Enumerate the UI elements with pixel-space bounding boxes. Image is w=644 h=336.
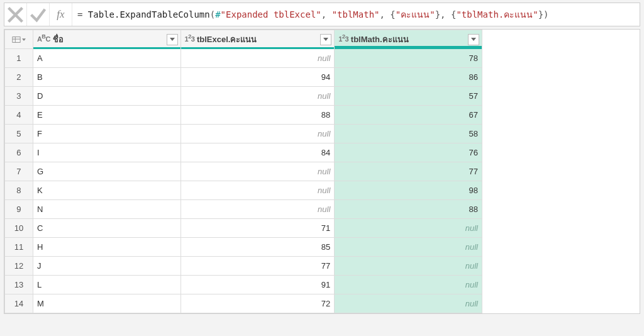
row-number[interactable]: 12 [5, 257, 33, 276]
row-number[interactable]: 1 [5, 49, 33, 68]
column-label: tblExcel.คะแนน [197, 35, 257, 44]
cell-math-score[interactable]: null [335, 257, 482, 276]
chevron-down-icon [22, 38, 26, 41]
fx-icon[interactable]: fx [50, 3, 72, 26]
table-row[interactable]: 2B9486 [5, 68, 482, 87]
cell-name[interactable]: N [33, 200, 180, 219]
formula-bar: fx = Table.ExpandTableColumn(#"Expanded … [4, 3, 640, 26]
filter-button[interactable] [468, 34, 479, 45]
cell-excel-score[interactable]: null [180, 49, 335, 68]
cell-name[interactable]: A [33, 49, 180, 68]
cell-excel-score[interactable]: 94 [180, 68, 335, 87]
table-row[interactable]: 9Nnull88 [5, 200, 482, 219]
cell-name[interactable]: L [33, 276, 180, 294]
cell-name[interactable]: C [33, 219, 180, 238]
cell-name[interactable]: G [33, 162, 180, 181]
table-icon [12, 35, 21, 44]
cell-excel-score[interactable]: null [180, 87, 335, 106]
table-row[interactable]: 8Knull98 [5, 181, 482, 200]
cell-math-score[interactable]: null [335, 276, 482, 294]
number-type-icon: 123 [185, 35, 195, 43]
text-type-icon: ABC [37, 35, 50, 43]
cell-math-score[interactable]: null [335, 294, 482, 313]
cell-excel-score[interactable]: 84 [180, 143, 335, 162]
cell-excel-score[interactable]: 71 [180, 219, 335, 238]
table-corner[interactable] [5, 30, 33, 49]
table-row[interactable]: 13L91null [5, 276, 482, 294]
formula-equals: = [77, 9, 88, 20]
table-row[interactable]: 14M72null [5, 294, 482, 313]
cell-excel-score[interactable]: 77 [180, 257, 335, 276]
column-header-excel-score[interactable]: 123 tblExcel.คะแนน [180, 30, 335, 49]
row-number[interactable]: 14 [5, 294, 33, 313]
cell-math-score[interactable]: 77 [335, 162, 482, 181]
column-header-name[interactable]: ABC ชื่อ [33, 30, 180, 49]
cell-math-score[interactable]: 57 [335, 87, 482, 106]
row-number[interactable]: 4 [5, 106, 33, 125]
cell-math-score[interactable]: 58 [335, 125, 482, 143]
cell-math-score[interactable]: null [335, 219, 482, 238]
row-number[interactable]: 10 [5, 219, 33, 238]
table-row[interactable]: 1Anull78 [5, 49, 482, 68]
formula-input[interactable]: = Table.ExpandTableColumn(#"Expanded tbl… [72, 8, 640, 21]
cell-math-score[interactable]: 76 [335, 143, 482, 162]
table-row[interactable]: 5Fnull58 [5, 125, 482, 143]
formula-function: Table.ExpandTableColumn [88, 9, 210, 20]
cell-math-score[interactable]: 78 [335, 49, 482, 68]
svg-rect-0 [13, 36, 20, 42]
row-number[interactable]: 8 [5, 181, 33, 200]
chevron-down-icon [471, 38, 476, 41]
data-grid: ABC ชื่อ 123 tblExcel.คะแนน 123 [4, 29, 640, 314]
table-row[interactable]: 11H85null [5, 238, 482, 257]
row-number[interactable]: 7 [5, 162, 33, 181]
cell-name[interactable]: M [33, 294, 180, 313]
cell-excel-score[interactable]: 72 [180, 294, 335, 313]
row-number[interactable]: 11 [5, 238, 33, 257]
cell-name[interactable]: K [33, 181, 180, 200]
cell-math-score[interactable]: 67 [335, 106, 482, 125]
header-accent [181, 47, 335, 49]
cell-excel-score[interactable]: null [180, 162, 335, 181]
header-accent [33, 47, 180, 49]
row-number[interactable]: 9 [5, 200, 33, 219]
row-number[interactable]: 5 [5, 125, 33, 143]
table-row[interactable]: 7Gnull77 [5, 162, 482, 181]
cell-name[interactable]: I [33, 143, 180, 162]
chevron-down-icon [170, 38, 175, 41]
cell-math-score[interactable]: 88 [335, 200, 482, 219]
table-row[interactable]: 3Dnull57 [5, 87, 482, 106]
column-label: ชื่อ [53, 35, 64, 44]
cell-excel-score[interactable]: 85 [180, 238, 335, 257]
filter-button[interactable] [320, 34, 331, 45]
filter-button[interactable] [167, 34, 178, 45]
table-row[interactable]: 6I8476 [5, 143, 482, 162]
chevron-down-icon [323, 38, 328, 41]
cell-name[interactable]: E [33, 106, 180, 125]
table-row[interactable]: 4E8867 [5, 106, 482, 125]
cell-math-score[interactable]: 86 [335, 68, 482, 87]
cell-name[interactable]: D [33, 87, 180, 106]
row-number[interactable]: 6 [5, 143, 33, 162]
cell-excel-score[interactable]: 91 [180, 276, 335, 294]
cell-excel-score[interactable]: null [180, 200, 335, 219]
header-accent [335, 46, 482, 49]
table-row[interactable]: 10C71null [5, 219, 482, 238]
cell-name[interactable]: B [33, 68, 180, 87]
column-label: tblMath.คะแนน [351, 35, 409, 44]
cell-excel-score[interactable]: 88 [180, 106, 335, 125]
row-number[interactable]: 2 [5, 68, 33, 87]
cell-excel-score[interactable]: null [180, 181, 335, 200]
cell-name[interactable]: F [33, 125, 180, 143]
row-number[interactable]: 13 [5, 276, 33, 294]
cell-excel-score[interactable]: null [180, 125, 335, 143]
cell-math-score[interactable]: 98 [335, 181, 482, 200]
cell-name[interactable]: H [33, 238, 180, 257]
column-header-math-score[interactable]: 123 tblMath.คะแนน [335, 30, 482, 49]
accept-formula-button[interactable] [27, 3, 50, 26]
cancel-formula-button[interactable] [4, 3, 27, 26]
number-type-icon: 123 [338, 35, 348, 43]
table-row[interactable]: 12J77null [5, 257, 482, 276]
cell-name[interactable]: J [33, 257, 180, 276]
cell-math-score[interactable]: null [335, 238, 482, 257]
row-number[interactable]: 3 [5, 87, 33, 106]
